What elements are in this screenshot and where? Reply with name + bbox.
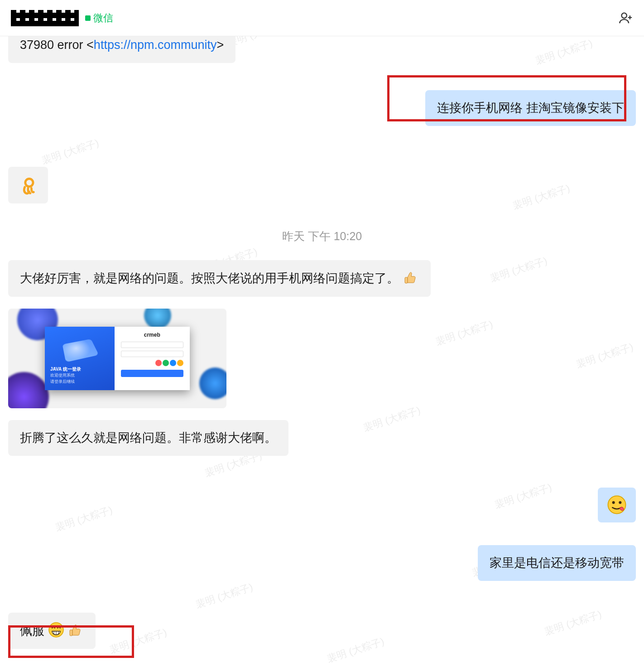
incoming-message[interactable]: 佩服 [8, 613, 96, 649]
wechat-badge: 微信 [85, 11, 113, 25]
message-row: 家里是电信还是移动宽带 [8, 545, 636, 581]
time-divider: 昨天 下午 10:20 [8, 229, 636, 244]
incoming-message[interactable]: 大佬好厉害，就是网络的问题。按照大佬说的用手机网络问题搞定了。 [8, 260, 431, 296]
message-row: 大佬好厉害，就是网络的问题。按照大佬说的用手机网络问题搞定了。 [8, 260, 636, 296]
thumbs-up-emoji-icon [67, 622, 84, 638]
login-brand: crmeb [121, 331, 183, 339]
message-text: 大佬好厉害，就是网络的问题。按照大佬说的用手机网络问题搞定了。 [20, 271, 399, 285]
chat-header: 微信 [0, 0, 644, 36]
incoming-message[interactable]: 折腾了这么久就是网络问题。非常感谢大佬啊。 [8, 420, 288, 456]
message-link[interactable]: https://npm.community [94, 38, 217, 52]
login-title: JAVA 统一登录 [50, 366, 109, 373]
message-text: 37980 error < [20, 38, 94, 52]
message-text: 折腾了这么久就是网络问题。非常感谢大佬啊。 [20, 431, 277, 445]
chat-scroll-area[interactable]: 37980 error <https://npm.community> 连接你手… [0, 36, 644, 667]
incoming-image-message[interactable]: JAVA 统一登录 欢迎使用系统 请登录后继续 crmeb [8, 309, 226, 408]
svg-point-0 [622, 13, 627, 18]
svg-point-5 [619, 501, 621, 504]
message-row: 连接你手机网络 挂淘宝镜像安装下 [8, 90, 636, 126]
grin-emoji-icon [48, 622, 64, 638]
wechat-status-dot-icon [85, 15, 91, 21]
message-text: 佩服 [20, 624, 44, 638]
message-text: > [216, 38, 224, 52]
message-row: 折腾了这么久就是网络问题。非常感谢大佬啊。 [8, 420, 636, 456]
thumbs-up-emoji-icon [403, 269, 419, 285]
platform-label: 微信 [93, 11, 113, 25]
login-sub: 请登录后继续 [50, 379, 109, 385]
message-row [8, 167, 636, 203]
contact-name-censored [11, 10, 79, 26]
svg-rect-7 [70, 630, 72, 636]
incoming-message[interactable]: 37980 error <https://npm.community> [8, 36, 235, 63]
incoming-message[interactable] [8, 167, 48, 203]
outgoing-message[interactable] [598, 488, 636, 522]
svg-point-4 [612, 501, 615, 504]
svg-point-3 [608, 496, 625, 513]
person-add-icon [618, 10, 633, 26]
message-text: 连接你手机网络 挂淘宝镜像安装下 [437, 101, 624, 115]
svg-rect-2 [405, 277, 408, 283]
message-row [8, 488, 636, 522]
message-row: JAVA 统一登录 欢迎使用系统 请登录后继续 crmeb [8, 309, 636, 408]
add-contact-button[interactable] [618, 10, 633, 26]
svg-point-1 [25, 179, 33, 187]
outgoing-message[interactable]: 家里是电信还是移动宽带 [478, 545, 636, 581]
outgoing-message[interactable]: 连接你手机网络 挂淘宝镜像安装下 [425, 90, 636, 126]
login-screenshot: JAVA 统一登录 欢迎使用系统 请登录后继续 crmeb [45, 327, 190, 390]
message-text: 家里是电信还是移动宽带 [490, 556, 624, 570]
tongue-out-emoji-icon [607, 495, 627, 515]
login-sub: 欢迎使用系统 [50, 372, 109, 378]
message-row: 37980 error <https://npm.community> [8, 36, 636, 63]
message-row: 佩服 [8, 613, 636, 649]
ok-hand-emoji-icon [18, 175, 38, 195]
